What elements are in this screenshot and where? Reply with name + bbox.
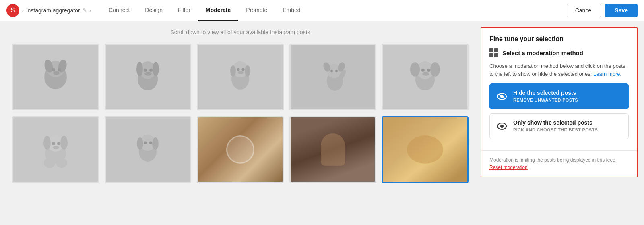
svg-point-47 [152,138,159,150]
svg-point-17 [245,65,250,77]
save-button[interactable]: Save [605,4,638,17]
svg-point-30 [410,62,420,77]
dog-image-2 [106,45,190,109]
image-cell-5[interactable] [382,44,469,110]
svg-point-39 [52,142,55,145]
hide-option[interactable]: Hide the selected posts REMOVE UNWANTED … [489,83,629,109]
svg-point-10 [153,62,159,76]
grid-icon-cell-4 [494,53,498,57]
hide-option-subtitle: REMOVE UNWANTED POSTS [513,98,578,102]
image-cell-2[interactable] [105,44,192,110]
learn-more-link[interactable]: Learn more. [593,71,621,77]
svg-point-41 [53,146,59,149]
svg-point-43 [56,158,67,168]
svg-point-16 [230,65,236,77]
grid-icon [489,48,498,57]
svg-line-52 [498,94,506,99]
right-panel: Fine tune your selection Select a modera… [481,27,638,177]
food-image-1 [198,117,283,182]
header-actions: Cancel Save [567,4,638,17]
svg-point-49 [149,142,152,144]
panel-footer: Moderation is limiting the posts being d… [481,151,637,177]
dog-image-6 [13,117,98,182]
tab-connect[interactable]: Connect [101,0,137,21]
grid-icon-cell-1 [489,48,493,52]
hide-icon [496,91,508,102]
svg-point-4 [52,68,55,71]
tab-design[interactable]: Design [138,0,170,21]
image-cell-8[interactable] [197,116,284,183]
breadcrumb: Instagram aggregator [26,7,80,14]
moderation-header: Select a moderation method [489,48,629,57]
panel-description: Choose a moderation method below and cli… [489,62,629,78]
svg-point-32 [421,69,425,72]
dog-image-5 [383,45,467,109]
food-image-2 [291,117,375,182]
svg-point-19 [242,68,244,71]
svg-point-48 [144,142,147,144]
svg-point-13 [144,72,152,76]
svg-point-40 [57,142,60,145]
svg-point-18 [237,68,239,71]
hide-option-text: Hide the selected posts REMOVE UNWANTED … [513,90,578,103]
svg-point-31 [430,62,440,77]
dog-image-7 [106,117,190,182]
grid-icon-cell-3 [489,53,493,57]
header: S › Instagram aggregator ✎ › Connect Des… [0,0,644,21]
svg-point-54 [500,125,504,128]
show-option-text: Only show the selected posts PICK AND CH… [513,119,598,133]
logo: S [6,4,19,17]
image-cell-1[interactable] [12,44,99,110]
svg-point-20 [238,71,244,74]
main-layout: Scroll down to view all of your availabl… [0,21,644,225]
svg-point-42 [44,158,55,168]
panel-title-section: Fine tune your selection Select a modera… [481,28,637,151]
panel-title: Fine tune your selection [489,35,629,43]
image-cell-7[interactable] [105,116,192,183]
tab-filter[interactable]: Filter [171,0,198,21]
hide-option-title: Hide the selected posts [513,90,578,96]
dog-image-4 [291,45,375,109]
cancel-button[interactable]: Cancel [567,4,601,17]
image-cell-9[interactable] [289,116,376,183]
dog-image-3 [198,45,283,109]
tab-promote[interactable]: Promote [239,0,275,21]
svg-point-9 [136,62,143,76]
content-area: Scroll down to view all of your availabl… [0,21,481,225]
image-grid [12,44,469,183]
edit-icon[interactable]: ✎ [83,7,87,13]
show-icon [496,121,508,132]
image-cell-4[interactable] [289,44,376,110]
show-option-subtitle: PICK AND CHOOSE THE BEST POSTS [513,127,598,132]
svg-point-12 [149,69,153,72]
tab-moderate[interactable]: Moderate [198,0,238,21]
svg-point-26 [330,70,333,72]
moderation-section-label: Select a moderation method [502,50,583,56]
reset-moderation-link[interactable]: Reset moderation [489,165,528,170]
image-cell-6[interactable] [12,116,99,183]
svg-point-6 [53,71,60,75]
breadcrumb-arrow-1: › [22,7,24,14]
nav-tabs: Connect Design Filter Moderate Promote E… [101,0,308,21]
dog-image-1 [13,45,98,109]
image-cell-3[interactable] [197,44,284,110]
svg-point-11 [144,69,147,72]
svg-point-46 [137,138,143,150]
grid-icon-cell-2 [494,48,498,52]
food-image-3-selected [383,117,467,182]
show-option[interactable]: Only show the selected posts PICK AND CH… [489,113,629,139]
svg-point-5 [58,68,61,71]
image-cell-10[interactable] [382,116,469,183]
svg-point-37 [43,136,51,150]
tab-embed[interactable]: Embed [275,0,308,21]
svg-point-34 [422,72,429,76]
svg-point-33 [427,69,430,72]
breadcrumb-arrow-2: › [89,7,91,14]
show-option-title: Only show the selected posts [513,119,598,126]
svg-point-27 [335,70,338,72]
svg-point-38 [60,136,68,150]
scroll-hint: Scroll down to view all of your availabl… [12,29,469,35]
